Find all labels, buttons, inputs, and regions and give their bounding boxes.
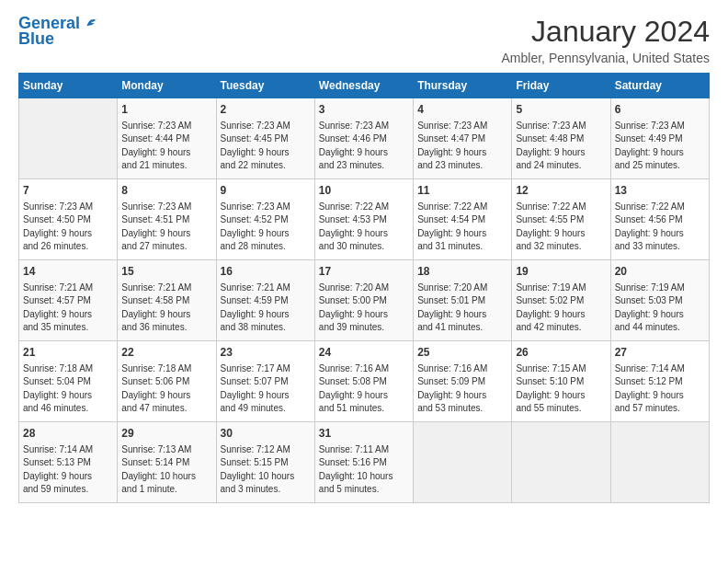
day-info: Sunrise: 7:21 AM Sunset: 4:57 PM Dayligh… xyxy=(23,282,113,335)
subtitle: Ambler, Pennsylvania, United States xyxy=(502,51,710,65)
day-info: Sunrise: 7:18 AM Sunset: 5:04 PM Dayligh… xyxy=(23,362,113,416)
day-number: 6 xyxy=(615,102,705,118)
day-number: 28 xyxy=(23,426,113,442)
day-header-thursday: Thursday xyxy=(414,74,512,98)
calendar-cell xyxy=(414,422,512,503)
day-info: Sunrise: 7:22 AM Sunset: 4:56 PM Dayligh… xyxy=(615,201,705,254)
day-info: Sunrise: 7:19 AM Sunset: 5:02 PM Dayligh… xyxy=(516,282,606,335)
day-info: Sunrise: 7:23 AM Sunset: 4:44 PM Dayligh… xyxy=(121,120,211,173)
day-header-monday: Monday xyxy=(118,74,216,98)
day-info: Sunrise: 7:21 AM Sunset: 4:59 PM Dayligh… xyxy=(221,282,311,335)
calendar-cell: 5Sunrise: 7:23 AM Sunset: 4:48 PM Daylig… xyxy=(512,98,610,179)
calendar-week-row: 7Sunrise: 7:23 AM Sunset: 4:50 PM Daylig… xyxy=(19,179,710,260)
logo-bird-icon xyxy=(85,16,98,29)
day-number: 7 xyxy=(23,183,113,199)
day-number: 15 xyxy=(121,264,211,280)
logo: General Blue xyxy=(18,15,98,49)
day-number: 1 xyxy=(121,102,211,118)
calendar-cell: 29Sunrise: 7:13 AM Sunset: 5:14 PM Dayli… xyxy=(118,422,216,503)
day-info: Sunrise: 7:11 AM Sunset: 5:16 PM Dayligh… xyxy=(319,443,409,497)
calendar-cell: 31Sunrise: 7:11 AM Sunset: 5:16 PM Dayli… xyxy=(314,422,413,503)
day-number: 13 xyxy=(615,183,705,199)
day-number: 26 xyxy=(516,345,606,361)
day-number: 3 xyxy=(319,102,409,118)
day-number: 5 xyxy=(516,102,606,118)
calendar-week-row: 1Sunrise: 7:23 AM Sunset: 4:44 PM Daylig… xyxy=(19,98,710,179)
day-number: 8 xyxy=(121,183,211,199)
calendar-cell: 24Sunrise: 7:16 AM Sunset: 5:08 PM Dayli… xyxy=(314,341,413,422)
day-number: 9 xyxy=(221,183,311,199)
day-header-saturday: Saturday xyxy=(610,74,709,98)
day-number: 17 xyxy=(319,264,409,280)
calendar-cell: 19Sunrise: 7:19 AM Sunset: 5:02 PM Dayli… xyxy=(512,260,610,341)
calendar-cell: 22Sunrise: 7:18 AM Sunset: 5:06 PM Dayli… xyxy=(118,341,216,422)
calendar-cell: 21Sunrise: 7:18 AM Sunset: 5:04 PM Dayli… xyxy=(19,341,118,422)
day-info: Sunrise: 7:23 AM Sunset: 4:49 PM Dayligh… xyxy=(615,120,705,173)
day-number: 20 xyxy=(615,264,705,280)
day-info: Sunrise: 7:16 AM Sunset: 5:09 PM Dayligh… xyxy=(417,362,507,416)
calendar-cell: 18Sunrise: 7:20 AM Sunset: 5:01 PM Dayli… xyxy=(414,260,512,341)
calendar-cell: 23Sunrise: 7:17 AM Sunset: 5:07 PM Dayli… xyxy=(216,341,314,422)
title-block: January 2024 Ambler, Pennsylvania, Unite… xyxy=(502,15,710,65)
day-number: 25 xyxy=(417,345,507,361)
day-number: 16 xyxy=(221,264,311,280)
day-info: Sunrise: 7:23 AM Sunset: 4:50 PM Dayligh… xyxy=(23,201,113,254)
day-header-tuesday: Tuesday xyxy=(216,74,314,98)
day-info: Sunrise: 7:13 AM Sunset: 5:14 PM Dayligh… xyxy=(121,443,211,497)
calendar-cell: 3Sunrise: 7:23 AM Sunset: 4:46 PM Daylig… xyxy=(314,98,413,179)
day-number: 29 xyxy=(121,426,211,442)
day-header-wednesday: Wednesday xyxy=(314,74,413,98)
calendar-cell: 15Sunrise: 7:21 AM Sunset: 4:58 PM Dayli… xyxy=(118,260,216,341)
calendar-cell: 17Sunrise: 7:20 AM Sunset: 5:00 PM Dayli… xyxy=(314,260,413,341)
calendar-cell: 14Sunrise: 7:21 AM Sunset: 4:57 PM Dayli… xyxy=(19,260,118,341)
calendar-table: SundayMondayTuesdayWednesdayThursdayFrid… xyxy=(18,73,710,503)
calendar-cell: 4Sunrise: 7:23 AM Sunset: 4:47 PM Daylig… xyxy=(414,98,512,179)
day-number: 12 xyxy=(516,183,606,199)
day-number: 18 xyxy=(417,264,507,280)
day-info: Sunrise: 7:17 AM Sunset: 5:07 PM Dayligh… xyxy=(221,362,311,416)
calendar-header-row: SundayMondayTuesdayWednesdayThursdayFrid… xyxy=(19,74,710,98)
calendar-cell: 10Sunrise: 7:22 AM Sunset: 4:53 PM Dayli… xyxy=(314,179,413,260)
calendar-cell: 25Sunrise: 7:16 AM Sunset: 5:09 PM Dayli… xyxy=(414,341,512,422)
day-info: Sunrise: 7:14 AM Sunset: 5:12 PM Dayligh… xyxy=(615,362,705,416)
day-number: 19 xyxy=(516,264,606,280)
day-info: Sunrise: 7:22 AM Sunset: 4:55 PM Dayligh… xyxy=(516,201,606,254)
day-header-friday: Friday xyxy=(512,74,610,98)
calendar-week-row: 14Sunrise: 7:21 AM Sunset: 4:57 PM Dayli… xyxy=(19,260,710,341)
day-number: 24 xyxy=(319,345,409,361)
day-info: Sunrise: 7:23 AM Sunset: 4:52 PM Dayligh… xyxy=(221,201,311,254)
day-number: 30 xyxy=(221,426,311,442)
calendar-week-row: 28Sunrise: 7:14 AM Sunset: 5:13 PM Dayli… xyxy=(19,422,710,503)
day-info: Sunrise: 7:20 AM Sunset: 5:00 PM Dayligh… xyxy=(319,282,409,335)
main-title: January 2024 xyxy=(502,15,710,49)
calendar-cell: 11Sunrise: 7:22 AM Sunset: 4:54 PM Dayli… xyxy=(414,179,512,260)
day-info: Sunrise: 7:16 AM Sunset: 5:08 PM Dayligh… xyxy=(319,362,409,416)
calendar-cell: 28Sunrise: 7:14 AM Sunset: 5:13 PM Dayli… xyxy=(19,422,118,503)
day-number: 2 xyxy=(221,102,311,118)
day-info: Sunrise: 7:23 AM Sunset: 4:47 PM Dayligh… xyxy=(417,120,507,173)
calendar-body: 1Sunrise: 7:23 AM Sunset: 4:44 PM Daylig… xyxy=(19,98,710,503)
calendar-cell: 20Sunrise: 7:19 AM Sunset: 5:03 PM Dayli… xyxy=(610,260,709,341)
calendar-cell: 8Sunrise: 7:23 AM Sunset: 4:51 PM Daylig… xyxy=(118,179,216,260)
calendar-week-row: 21Sunrise: 7:18 AM Sunset: 5:04 PM Dayli… xyxy=(19,341,710,422)
day-info: Sunrise: 7:23 AM Sunset: 4:46 PM Dayligh… xyxy=(319,120,409,173)
calendar-cell: 2Sunrise: 7:23 AM Sunset: 4:45 PM Daylig… xyxy=(216,98,314,179)
calendar-cell: 30Sunrise: 7:12 AM Sunset: 5:15 PM Dayli… xyxy=(216,422,314,503)
calendar-cell: 26Sunrise: 7:15 AM Sunset: 5:10 PM Dayli… xyxy=(512,341,610,422)
calendar-cell: 12Sunrise: 7:22 AM Sunset: 4:55 PM Dayli… xyxy=(512,179,610,260)
day-info: Sunrise: 7:14 AM Sunset: 5:13 PM Dayligh… xyxy=(23,443,113,497)
day-info: Sunrise: 7:23 AM Sunset: 4:48 PM Dayligh… xyxy=(516,120,606,173)
day-header-sunday: Sunday xyxy=(19,74,118,98)
day-number: 10 xyxy=(319,183,409,199)
day-number: 14 xyxy=(23,264,113,280)
calendar-cell xyxy=(610,422,709,503)
calendar-cell xyxy=(19,98,118,179)
day-info: Sunrise: 7:23 AM Sunset: 4:45 PM Dayligh… xyxy=(221,120,311,173)
day-number: 11 xyxy=(417,183,507,199)
calendar-cell: 9Sunrise: 7:23 AM Sunset: 4:52 PM Daylig… xyxy=(216,179,314,260)
day-info: Sunrise: 7:18 AM Sunset: 5:06 PM Dayligh… xyxy=(121,362,211,416)
day-info: Sunrise: 7:23 AM Sunset: 4:51 PM Dayligh… xyxy=(121,201,211,254)
day-number: 4 xyxy=(417,102,507,118)
calendar-cell: 27Sunrise: 7:14 AM Sunset: 5:12 PM Dayli… xyxy=(610,341,709,422)
day-number: 27 xyxy=(615,345,705,361)
